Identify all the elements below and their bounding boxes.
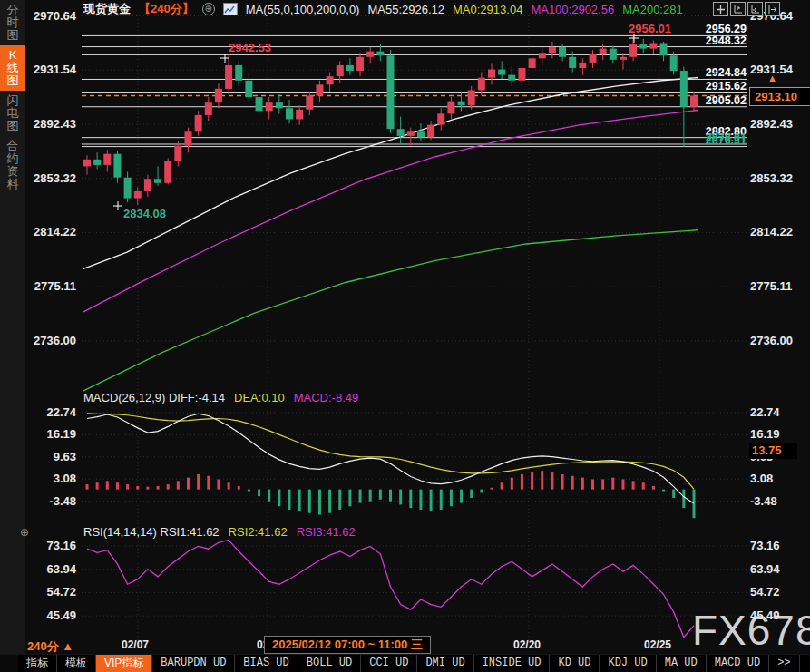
ma100-value: MA100:2902.56 — [531, 3, 614, 16]
macd-bar — [146, 487, 149, 490]
macd-bar — [268, 490, 270, 502]
toolbar-tab-2[interactable]: VIP指标 — [96, 655, 152, 672]
candle-body — [306, 96, 313, 110]
macd-axis-tick-right: 16.19 — [750, 427, 806, 441]
macd-bar — [642, 482, 645, 489]
toolbar-tab-13[interactable]: >> — [769, 655, 799, 672]
candle-body — [276, 102, 283, 108]
candle-body — [590, 54, 597, 63]
macd-bar — [531, 472, 533, 490]
price-axis-tick-left: 2853.32 — [27, 171, 76, 185]
candle-body — [508, 75, 515, 81]
time-axis-label: 02/25 — [644, 638, 671, 651]
macd-bar — [662, 490, 665, 492]
macd-bar — [480, 490, 483, 493]
macd-diff-value: MACD(26,12,9) DIFF:-4.14 — [83, 391, 225, 404]
macd-bar — [430, 490, 433, 511]
chart-tools — [713, 2, 780, 16]
toolbar-spacer — [0, 655, 18, 672]
candle-body — [174, 146, 181, 161]
sidebar-item-1[interactable]: K线图 — [0, 45, 25, 91]
crosshair-move-icon[interactable] — [713, 2, 728, 16]
candles — [83, 36, 698, 205]
macd-bar — [379, 490, 382, 500]
toolbar-tab-12[interactable]: MACD_UD — [707, 655, 769, 672]
period-button[interactable]: 240分 ▲ — [27, 638, 73, 655]
sidebar-item-3[interactable]: 合约资料 — [0, 136, 25, 194]
macd-bar — [298, 490, 301, 511]
candle-body — [539, 53, 546, 58]
candle-body — [569, 57, 576, 68]
toolbar-tab-8[interactable]: INSIDE_UD — [474, 655, 551, 672]
toolbar-tab-11[interactable]: MA_UD — [657, 655, 707, 672]
candle-body — [610, 49, 617, 60]
candle-body — [337, 65, 344, 76]
sidebar-item-0[interactable]: 分时图 — [0, 0, 25, 45]
add-indicator-icon[interactable]: ⊕ — [202, 3, 215, 15]
macd-value: MACD:-8.49 — [294, 391, 359, 404]
sidebar-item-2[interactable]: 闪电图 — [0, 91, 25, 136]
axis-scale-icon[interactable] — [730, 2, 746, 16]
candle-body — [488, 70, 495, 78]
toolbar-tab-4[interactable]: BIAS_UD — [235, 655, 298, 672]
macd-bar — [440, 490, 443, 510]
expand-right-icon[interactable] — [765, 2, 780, 16]
axis-pan-icon[interactable] — [747, 2, 763, 16]
candle-body — [478, 78, 485, 91]
candle-body — [124, 178, 132, 199]
macd-bar — [136, 486, 139, 490]
price-axis-tick-right: 2892.43 — [750, 117, 806, 131]
rsi-axis-tick-right: 73.16 — [750, 539, 806, 552]
macd-bar — [511, 478, 513, 490]
price-annotation: 2942.53 — [229, 41, 271, 54]
candle-body — [215, 89, 222, 102]
macd-bar — [541, 471, 543, 489]
candle-body — [134, 191, 142, 199]
macd-bar — [96, 482, 99, 489]
current-price-box: 2913.10 — [749, 87, 810, 106]
candle-body — [579, 63, 586, 68]
macd-bar — [460, 490, 463, 503]
macd-axis-tick-left: 3.08 — [27, 472, 76, 485]
price-axis-tick-left: 2814.22 — [27, 225, 76, 239]
macd-bar — [672, 490, 675, 498]
toolbar-tab-10[interactable]: KDJ_UD — [600, 655, 656, 672]
macd-bar — [389, 490, 392, 502]
trading-app-window: 分时图K线图闪电图合约资料 现货黄金 【240分】 ⊕ MA(55,0,100,… — [0, 0, 810, 672]
macd-bar — [197, 474, 200, 490]
macd-bar — [248, 490, 250, 492]
time-axis-label: 02/07 — [122, 638, 149, 651]
macd-dea-line — [87, 414, 694, 489]
macd-bar — [621, 479, 624, 489]
price-line-label: 2948.32 — [683, 34, 747, 47]
macd-bar — [187, 478, 190, 490]
macd-bar — [551, 472, 553, 490]
candle-body — [356, 57, 364, 71]
candle-body — [185, 131, 192, 145]
macd-bar — [278, 490, 280, 507]
macd-bar — [318, 490, 321, 515]
price-axis-tick-left: 2775.11 — [27, 279, 76, 293]
toolbar-tab-0[interactable]: 指标 — [18, 655, 57, 672]
toolbar-tab-6[interactable]: CCI_UD — [361, 655, 417, 672]
toolbar-tab-5[interactable]: BOLL_UD — [298, 655, 361, 672]
chart-type-icon[interactable] — [223, 3, 238, 15]
macd-bar — [581, 478, 584, 490]
indicator-settings-icon[interactable]: ⊕ — [20, 526, 29, 539]
candle-body — [346, 65, 354, 71]
candle-body — [154, 179, 161, 183]
macd-bar — [632, 481, 635, 489]
macd-bar — [601, 479, 604, 489]
toolbar-tab-9[interactable]: KD_UD — [550, 655, 600, 672]
candle-body — [93, 160, 101, 165]
price-annotation: 2834.08 — [123, 207, 166, 220]
toolbar-tab-1[interactable]: 模板 — [57, 655, 96, 672]
toolbar-tab-7[interactable]: DMI_UD — [417, 655, 473, 672]
macd-bar — [238, 486, 240, 490]
macd-bar — [126, 484, 129, 490]
macd-bar — [359, 490, 362, 503]
chart-header: 现货黄金 【240分】 ⊕ MA(55,0,100,200,0,0) MA55:… — [83, 2, 683, 16]
toolbar-tab-3[interactable]: BARUPDN_UD — [152, 655, 235, 672]
rsi-axis-tick-right: 54.72 — [750, 585, 806, 599]
candle-body — [286, 108, 293, 119]
